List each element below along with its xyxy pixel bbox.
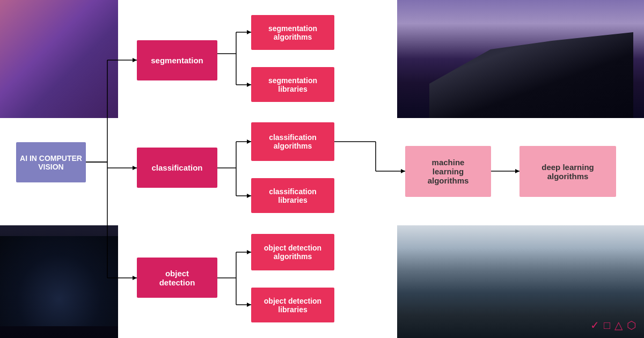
obj-algo-node: object detection algorithms [251, 234, 334, 270]
obj-lib-node: object detection libraries [251, 288, 334, 322]
triangle-icon: △ [614, 319, 623, 332]
square-icon: □ [604, 319, 610, 332]
ml-node: machine learning algorithms [405, 146, 491, 197]
seg-lib-node: segmentation libraries [251, 67, 334, 102]
hexagon-icon: ⬡ [627, 319, 636, 332]
object-detection-node: object detection [137, 258, 217, 298]
diagram-container: AI IN COMPUTER VISION segmentation class… [0, 0, 644, 338]
class-lib-node: classification libraries [251, 178, 334, 213]
seg-algo-node: segmentation algorithms [251, 15, 334, 50]
dl-node: deep learning algorithms [519, 146, 616, 197]
bottom-right-icons: ✓ □ △ ⬡ [590, 319, 636, 332]
segmentation-node: segmentation [137, 40, 217, 80]
class-algo-node: classification algorithms [251, 122, 334, 161]
classification-node: classification [137, 148, 217, 188]
ai-node: AI IN COMPUTER VISION [16, 142, 86, 182]
check-icon: ✓ [590, 319, 599, 332]
